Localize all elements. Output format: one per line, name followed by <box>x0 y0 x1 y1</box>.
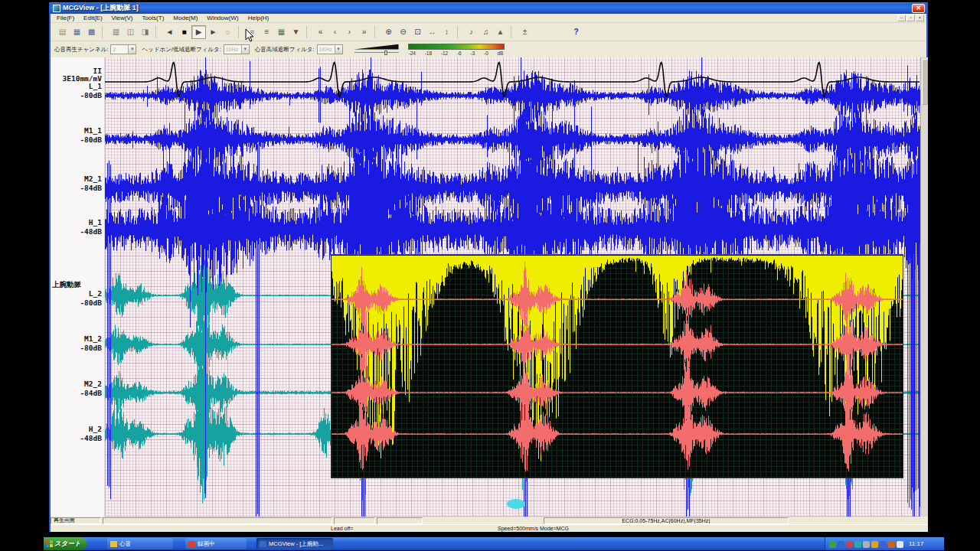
label-button[interactable]: ♫ <box>479 25 493 39</box>
annotate-button[interactable]: ♪ <box>464 25 479 39</box>
chevron-down-icon: ▼ <box>335 45 342 54</box>
menu-bar: File(F)Edit(E)View(V)Tools(T)Mode(M)Wind… <box>51 14 926 23</box>
record-icon <box>188 541 195 547</box>
playback-position-marker <box>507 499 525 509</box>
toolbar-separator <box>238 26 243 38</box>
tray-icon-1[interactable] <box>829 541 836 548</box>
vu-meter: -24-18-12-6-3-0dB <box>408 44 505 56</box>
tray-icon-5[interactable] <box>863 541 870 548</box>
tray-icon-9[interactable] <box>897 541 903 548</box>
chevron-down-icon: ▼ <box>128 45 136 54</box>
vu-meter-scale: -24-18-12-6-3-0dB <box>408 51 505 56</box>
toolbar-separator <box>102 26 107 38</box>
tray-icon-2[interactable] <box>838 541 844 548</box>
status-mode: Mode=MCG <box>540 526 569 531</box>
channel-label-gutter: II3E10mm/mVL_1-80dBM1_1-80dBM2_1-84dBH_1… <box>51 57 105 517</box>
mdi-minimize-button[interactable]: – <box>897 15 906 21</box>
meter-tick: dB <box>497 51 503 56</box>
brightness-button[interactable]: ☼ <box>220 25 235 39</box>
vu-meter-gradient <box>408 44 505 50</box>
play-button[interactable]: ▶ <box>191 25 206 39</box>
page-last-button[interactable]: » <box>357 25 371 39</box>
volume-slider[interactable] <box>354 44 399 56</box>
meter-tick: -18 <box>425 51 432 56</box>
mdi-close-button[interactable]: × <box>916 15 924 21</box>
channel-sub-label-M1_1: -80dB <box>80 136 102 144</box>
app-icon <box>53 5 60 12</box>
mcg-app-icon <box>260 541 266 547</box>
export-button[interactable]: ◨ <box>138 25 152 39</box>
windows-logo-icon <box>46 540 53 547</box>
save-button[interactable]: ▦ <box>70 25 84 39</box>
measure-h-button[interactable]: ↔ <box>425 25 439 39</box>
task-label: MCGView - [上腕動... <box>269 540 323 548</box>
status-empty-panel <box>103 517 332 524</box>
menu-tools[interactable]: Tools(T) <box>137 15 168 21</box>
close-button[interactable]: ✕ <box>912 4 925 13</box>
menu-edit[interactable]: Edit(E) <box>79 15 106 21</box>
toolbar-separator <box>374 26 380 38</box>
wave-button[interactable]: ≈ <box>245 25 260 39</box>
save-all-button[interactable]: ▩ <box>84 25 99 39</box>
rewind-button[interactable]: ◄ <box>162 25 177 39</box>
settings-button[interactable]: ± <box>518 25 532 39</box>
help-button[interactable]: ? <box>569 25 583 39</box>
toolbar-separator <box>457 26 462 38</box>
highcut-filter-select[interactable]: 1KHz ▼ <box>317 44 343 54</box>
system-tray: 11:17 <box>825 537 944 550</box>
meter-tick: -24 <box>409 51 416 56</box>
meter-tick: -0 <box>484 51 488 56</box>
copy-button[interactable]: ◫ <box>123 25 138 39</box>
title-bar[interactable]: MCGView - [上腕動脈 1] ✕ <box>51 2 926 14</box>
channel-sub-label-H_2: -48dB <box>80 435 102 442</box>
tray-icon-7[interactable] <box>880 541 887 548</box>
menu-view[interactable]: View(V) <box>107 15 138 21</box>
channel-sub-label-L_1: -80dB <box>80 92 102 99</box>
start-button-label: スタート <box>54 540 81 549</box>
menu-file[interactable]: File(F) <box>52 15 79 21</box>
fit-button[interactable]: ⊡ <box>410 25 425 39</box>
play-channel-select[interactable]: 2 ▼ <box>110 44 136 54</box>
volume-slider-thumb[interactable] <box>384 51 387 55</box>
lowcut-filter-select[interactable]: 10Hz ▼ <box>224 44 250 54</box>
menu-window[interactable]: Window(W) <box>202 15 243 21</box>
vertical-scrollbar[interactable] <box>920 57 928 517</box>
menu-mode[interactable]: Mode(M) <box>168 15 202 21</box>
stop-button[interactable]: ■ <box>177 25 191 39</box>
menu-help[interactable]: Help(H) <box>243 15 274 21</box>
zoom-out-button[interactable]: ⊖ <box>396 25 410 39</box>
zoom-in-button[interactable]: ⊕ <box>381 25 396 39</box>
open-button[interactable]: ▤ <box>55 25 70 39</box>
channel-label-L_2: L_2 <box>89 290 102 298</box>
print-button[interactable]: ▥ <box>109 25 123 39</box>
start-button[interactable]: スタート <box>44 537 87 550</box>
status-bar: 再生画面 ECG:0.05-75Hz,AC(60Hz),MF(35Hz) <box>51 517 928 524</box>
page-next-button[interactable]: › <box>342 25 357 39</box>
forward-button[interactable]: ► <box>206 25 220 39</box>
tray-icon-4[interactable] <box>854 541 861 548</box>
tray-icon-6[interactable] <box>871 541 878 548</box>
scrollbar-thumb[interactable] <box>922 59 928 105</box>
pin-button[interactable]: ▲ <box>493 25 508 39</box>
tray-icon-8[interactable] <box>888 541 895 548</box>
grid-button[interactable]: ▦ <box>274 25 289 39</box>
channel-sub-label-H_1: -48dB <box>80 228 102 236</box>
mdi-restore-button[interactable]: ▫ <box>906 15 915 21</box>
tray-icon-3[interactable] <box>846 541 853 548</box>
channel-label-M1_1: M1_1 <box>84 127 102 135</box>
toolbar-separator <box>511 26 516 38</box>
multi-wave-button[interactable]: ≡ <box>260 25 274 39</box>
task-button-2[interactable]: 録画中 <box>185 538 247 549</box>
task-button-3[interactable]: MCGView - [上腕動... <box>256 538 333 549</box>
meter-tick: -3 <box>470 51 475 56</box>
signal-paper[interactable] <box>105 57 920 517</box>
channel-label-M2_1: M2_1 <box>84 175 102 183</box>
mcgview-window: MCGView - [上腕動脈 1] ✕ File(F)Edit(E)View(… <box>49 2 928 532</box>
meter-tick: -12 <box>441 51 448 56</box>
page-first-button[interactable]: « <box>313 25 328 39</box>
marker-button[interactable]: ▼ <box>289 25 303 39</box>
measure-v-button[interactable]: ↕ <box>439 25 454 39</box>
channel-label-M1_2: M1_2 <box>84 335 102 343</box>
task-button-1[interactable]: 心音 <box>107 538 173 549</box>
page-prev-button[interactable]: ‹ <box>328 25 342 39</box>
